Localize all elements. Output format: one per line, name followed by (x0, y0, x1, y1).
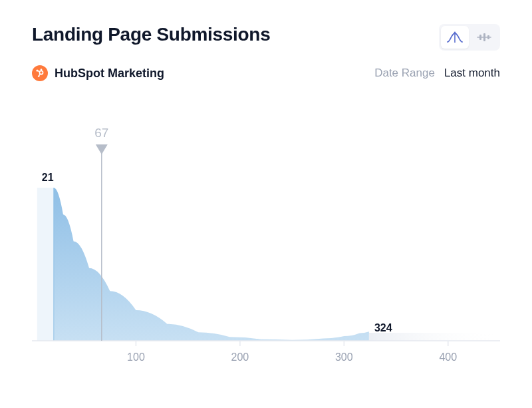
distribution-icon (446, 31, 464, 44)
x-tick-label: 200 (231, 351, 249, 363)
distribution-view-button[interactable] (441, 26, 469, 49)
svg-rect-3 (479, 35, 481, 40)
marker-handle-icon[interactable] (96, 144, 108, 154)
page-title: Landing Page Submissions (32, 24, 270, 45)
data-source: HubSpot Marketing (32, 65, 164, 81)
hubspot-icon (32, 65, 48, 81)
x-tick-label: 400 (439, 351, 457, 363)
svg-marker-1 (454, 31, 457, 34)
timeline-icon (475, 31, 493, 44)
svg-line-12 (39, 74, 41, 76)
svg-rect-4 (483, 33, 485, 41)
range-left-mask (37, 188, 54, 341)
svg-line-10 (37, 71, 40, 72)
svg-rect-5 (487, 35, 489, 39)
view-toggle-group (439, 24, 500, 51)
x-tick-label: 100 (127, 351, 145, 363)
left-value-label: 21 (42, 172, 54, 183)
right-value-label: 324 (374, 322, 392, 333)
date-range-label: Date Range (374, 67, 435, 80)
date-range-selector[interactable]: Date Range Last month (374, 67, 500, 80)
distribution-area (54, 188, 369, 341)
date-range-value: Last month (444, 67, 500, 80)
source-name: HubSpot Marketing (55, 67, 164, 81)
marker-value-label: 67 (94, 126, 108, 140)
x-tick-label: 300 (335, 351, 353, 363)
range-right-trail (369, 333, 500, 341)
timeline-view-button[interactable] (470, 26, 498, 49)
distribution-chart: 1002003004006721324 (32, 121, 500, 374)
